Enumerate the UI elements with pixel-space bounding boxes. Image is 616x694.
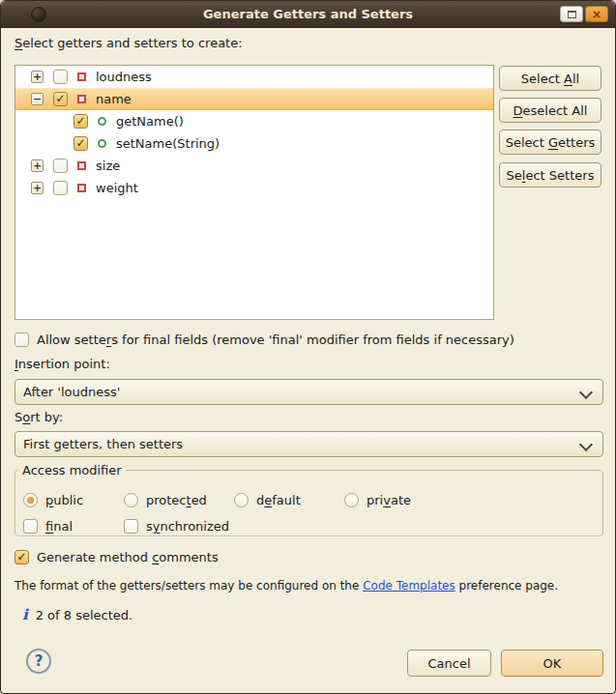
code-templates-link[interactable]: Code Templates <box>363 579 455 593</box>
checkbox-getname[interactable] <box>73 114 88 129</box>
expand-icon[interactable]: + <box>31 71 44 83</box>
radio-option-private[interactable]: private <box>344 493 411 507</box>
dialog-content: Select getters and setters to create: + … <box>1 28 615 693</box>
tree-row-getname[interactable]: getName() <box>15 110 493 132</box>
window-menu-icon[interactable] <box>31 7 46 22</box>
chevron-down-icon <box>579 438 593 451</box>
access-modifier-legend: Access modifier <box>18 463 126 477</box>
select-all-button[interactable]: Select All <box>499 66 601 91</box>
getters-setters-tree: + loudness − name getName() setName(Stri… <box>15 65 494 320</box>
tree-item-label: loudness <box>96 70 152 84</box>
generate-comments-option[interactable]: Generate method comments <box>15 550 219 564</box>
status-text: 2 of 8 selected. <box>36 608 132 622</box>
allow-setters-option[interactable]: Allow setters for final fields (remove '… <box>15 333 514 347</box>
default-radio[interactable] <box>234 493 249 507</box>
generate-comments-label: Generate method comments <box>37 550 219 564</box>
checkbox-loudness[interactable] <box>53 70 68 84</box>
generate-getters-setters-dialog: Generate Getters and Setters × Select ge… <box>0 0 616 694</box>
allow-setters-checkbox[interactable] <box>15 333 29 347</box>
window-buttons: × <box>560 6 608 22</box>
ok-label: OK <box>543 656 562 671</box>
window-title: Generate Getters and Setters <box>1 1 615 27</box>
format-note-prefix: The format of the getters/setters may be… <box>15 579 363 593</box>
field-icon <box>77 95 86 103</box>
field-icon <box>77 161 86 170</box>
select-setters-label: Select Setters <box>507 168 595 183</box>
deselect-all-label: Deselect All <box>513 103 588 118</box>
help-button[interactable]: ? <box>26 649 51 674</box>
select-setters-button[interactable]: Select Setters <box>499 162 601 188</box>
checkbox-name[interactable] <box>53 92 68 106</box>
tree-item-label: name <box>96 92 132 106</box>
allow-setters-label: Allow setters for final fields (remove '… <box>37 333 514 347</box>
status-row: i 2 of 8 selected. <box>22 608 132 622</box>
checkbox-option-synchronized[interactable]: synchronized <box>124 519 229 534</box>
select-getters-label: Select Getters <box>506 135 596 150</box>
access-modifier-group: Access modifier public protected default… <box>15 463 603 536</box>
synchronized-label: synchronized <box>146 519 229 534</box>
protected-label: protected <box>146 493 207 507</box>
info-icon: i <box>22 608 28 622</box>
tree-item-label: weight <box>96 181 138 195</box>
final-label: final <box>45 519 73 534</box>
public-radio[interactable] <box>23 493 38 507</box>
checkbox-setname[interactable] <box>73 136 88 151</box>
private-radio[interactable] <box>344 493 359 507</box>
sort-by-value: First getters, then setters <box>23 437 183 451</box>
titlebar: Generate Getters and Setters × <box>1 1 615 28</box>
tree-item-label: size <box>96 159 120 173</box>
maximize-icon <box>568 11 576 18</box>
insertion-point-value: After 'loudness' <box>23 385 120 399</box>
collapse-icon[interactable]: − <box>31 93 44 105</box>
select-getters-setters-label: Select getters and setters to create: <box>15 36 243 50</box>
public-label: public <box>45 493 83 507</box>
tree-row-loudness[interactable]: + loudness <box>15 66 493 88</box>
tree-item-label: getName() <box>116 114 184 129</box>
sort-by-label: Sort by: <box>15 410 63 424</box>
tree-row-size[interactable]: + size <box>15 155 493 177</box>
expand-icon[interactable]: + <box>31 159 44 172</box>
synchronized-checkbox[interactable] <box>124 519 138 534</box>
checkbox-weight[interactable] <box>53 181 68 195</box>
close-icon: × <box>592 9 601 20</box>
format-note: The format of the getters/setters may be… <box>15 579 558 593</box>
default-label: default <box>256 493 301 507</box>
cancel-label: Cancel <box>427 656 470 671</box>
checkbox-size[interactable] <box>53 159 68 173</box>
format-note-suffix: preference page. <box>455 579 558 593</box>
method-icon <box>98 117 106 126</box>
help-icon: ? <box>35 652 44 670</box>
select-all-label: Select All <box>521 72 579 86</box>
radio-option-public[interactable]: public <box>23 493 83 507</box>
insertion-point-combo[interactable]: After 'loudness' <box>15 379 603 405</box>
field-icon <box>77 72 86 81</box>
maximize-button[interactable] <box>560 6 583 22</box>
select-getters-button[interactable]: Select Getters <box>499 130 601 155</box>
expand-icon[interactable]: + <box>31 182 44 194</box>
private-label: private <box>367 493 411 507</box>
insertion-point-label: Insertion point: <box>15 357 110 371</box>
final-checkbox[interactable] <box>23 519 38 534</box>
tree-row-setname[interactable]: setName(String) <box>15 132 493 155</box>
generate-comments-checkbox[interactable] <box>15 550 29 564</box>
deselect-all-button[interactable]: Deselect All <box>499 98 601 123</box>
chevron-down-icon <box>579 386 593 399</box>
tree-row-name[interactable]: − name <box>15 88 493 110</box>
method-icon <box>98 139 106 148</box>
checkbox-option-final[interactable]: final <box>23 519 73 534</box>
ok-button[interactable]: OK <box>501 650 603 677</box>
protected-radio[interactable] <box>124 493 138 507</box>
sort-by-combo[interactable]: First getters, then setters <box>15 431 603 457</box>
cancel-button[interactable]: Cancel <box>407 650 491 677</box>
field-icon <box>77 184 86 192</box>
tree-item-label: setName(String) <box>116 136 220 151</box>
tree-row-weight[interactable]: + weight <box>15 177 493 199</box>
close-button[interactable]: × <box>585 6 608 22</box>
radio-option-default[interactable]: default <box>234 493 301 507</box>
radio-option-protected[interactable]: protected <box>124 493 207 507</box>
